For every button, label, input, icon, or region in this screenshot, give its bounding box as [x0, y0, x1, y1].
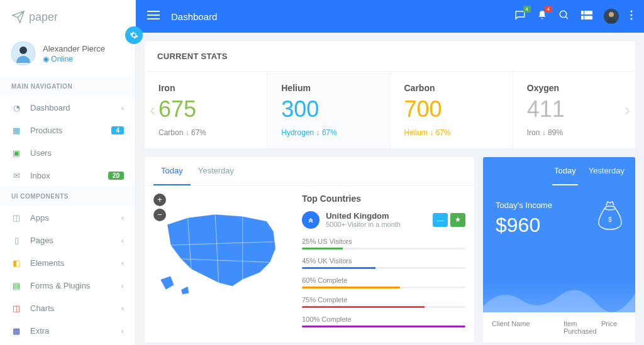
svg-rect-8	[584, 11, 592, 14]
user-avatar-button[interactable]	[604, 9, 619, 24]
paper-plane-icon	[11, 10, 25, 24]
charts-icon: ◫	[11, 303, 21, 313]
inbox-icon: ✉	[11, 170, 21, 180]
products-badge: 4	[111, 126, 124, 134]
sidebar-item-dashboard[interactable]: ◔ Dashboard ‹	[0, 96, 135, 119]
th-item: Item Purchased	[564, 320, 601, 335]
forms-icon: ▤	[11, 280, 21, 290]
hamburger-icon	[147, 11, 160, 19]
stat-sub: Hydrogen ↓ 67%	[281, 128, 375, 137]
progress-item: 75% Complete	[302, 296, 465, 308]
user-name: Alexander Pierce	[43, 44, 105, 53]
page-title: Dashboard	[171, 11, 514, 22]
messages-badge: 4	[523, 6, 531, 13]
brand-logo[interactable]: paper	[0, 0, 135, 34]
income-tab-today[interactable]: Today	[552, 157, 578, 185]
nav-section-ui: UI COMPONENTS	[0, 187, 135, 206]
sidebar-item-charts[interactable]: ◫ Charts ‹	[0, 297, 135, 319]
stat-sub: Carbon ↓ 67%	[158, 128, 253, 137]
chevron-left-icon: ‹	[121, 213, 124, 222]
map-usa[interactable]	[153, 199, 291, 305]
search-icon	[558, 9, 570, 21]
elements-icon: ◧	[11, 258, 21, 268]
zoom-out-button[interactable]: −	[153, 209, 166, 221]
notifications-button[interactable]: 4	[537, 9, 547, 23]
gear-icon	[130, 31, 138, 40]
tab-yesterday[interactable]: Yesterday	[191, 157, 242, 185]
apps-icon: ◫	[11, 212, 21, 222]
stat-label: Iron	[158, 83, 253, 93]
stat-label: Helium	[281, 83, 375, 93]
stat-value: 300	[281, 97, 375, 122]
stat-value: 700	[404, 97, 499, 122]
country-action-2[interactable]: ★	[450, 213, 465, 227]
chevron-left-icon: ‹	[121, 326, 124, 336]
svg-point-15	[631, 18, 633, 20]
stat-card-helium[interactable]: Helium300Hydrogen ↓ 67%	[267, 72, 390, 148]
svg-point-14	[631, 14, 633, 16]
income-tab-yesterday[interactable]: Yesterday	[587, 157, 626, 185]
country-sub: 5000+ Visitor in a month	[326, 221, 433, 228]
zoom-in-button[interactable]: +	[153, 194, 166, 206]
country-expand-icon[interactable]	[302, 211, 319, 229]
svg-rect-10	[584, 16, 592, 19]
chevron-left-icon: ‹	[121, 236, 124, 245]
svg-point-5	[560, 11, 567, 18]
svg-rect-9	[581, 16, 584, 19]
svg-point-12	[609, 12, 614, 17]
sidebar-item-elements[interactable]: ◧ Elements ‹	[0, 251, 135, 274]
money-bag-icon: $	[597, 200, 623, 233]
stats-panel: CURRENT STATS ‹ › Iron675Carbon ↓ 67%Hel…	[145, 41, 635, 148]
sidebar-item-forms[interactable]: ▤ Forms & Plugins ‹	[0, 274, 135, 297]
user-profile[interactable]: Alexander Pierce ◉ Online	[0, 34, 135, 77]
income-label: Today's Income	[496, 200, 552, 210]
income-chart	[483, 281, 635, 312]
chevron-left-icon: ‹	[121, 258, 124, 268]
sidebar: paper Alexander Pierce ◉ Online MAIN NAV…	[0, 0, 136, 345]
stat-card-oxygen[interactable]: Oxygen411Iron ↓ 89%	[513, 72, 635, 148]
stats-prev-button[interactable]: ‹	[150, 100, 155, 120]
country-name: United Kingdom	[326, 211, 433, 221]
pages-icon: ▯	[11, 235, 21, 245]
sidebar-item-apps[interactable]: ◫ Apps ‹	[0, 206, 135, 229]
income-panel: Today Yesterday Today's Income $960 $ Cl…	[483, 157, 635, 342]
svg-point-21	[605, 206, 615, 210]
stat-label: Carbon	[404, 83, 499, 93]
stats-next-button[interactable]: ›	[625, 100, 630, 120]
menu-toggle-button[interactable]	[147, 11, 160, 22]
avatar	[11, 41, 35, 65]
stat-value: 675	[158, 97, 253, 122]
country-row: United Kingdom 5000+ Visitor in a month …	[302, 211, 465, 229]
chevron-left-icon: ‹	[121, 304, 124, 313]
progress-item: 100% Complete	[302, 315, 465, 327]
country-action-1[interactable]: —	[433, 213, 448, 227]
map-panel: Today Yesterday + −	[145, 157, 474, 342]
svg-point-13	[631, 11, 633, 13]
grid-button[interactable]	[581, 11, 592, 22]
top-countries-title: Top Countries	[302, 194, 465, 204]
sidebar-item-inbox[interactable]: ✉ Inbox 20	[0, 164, 135, 187]
brand-text: paper	[29, 11, 58, 24]
svg-rect-7	[581, 11, 584, 14]
products-icon: ▦	[11, 125, 21, 135]
svg-point-1	[19, 47, 27, 54]
topbar: Dashboard 4 4	[136, 0, 644, 33]
more-button[interactable]	[630, 10, 633, 23]
sidebar-item-products[interactable]: ▦ Products 4	[0, 119, 135, 141]
grid-icon	[581, 11, 592, 19]
stat-label: Oxygen	[527, 83, 621, 93]
progress-item: 25% US Visitors	[302, 238, 465, 249]
stat-card-carbon[interactable]: Carbon700Helium ↓ 67%	[391, 72, 513, 148]
stat-card-iron[interactable]: Iron675Carbon ↓ 67%	[145, 72, 267, 148]
search-button[interactable]	[558, 9, 570, 23]
sidebar-item-pages[interactable]: ▯ Pages ‹	[0, 229, 135, 251]
income-table-header: Client Name Item Purchased Price	[483, 312, 635, 342]
tab-today[interactable]: Today	[153, 157, 191, 185]
sidebar-item-users[interactable]: ▣ Users	[0, 141, 135, 164]
chevron-left-icon: ‹	[121, 281, 124, 290]
sidebar-item-extra[interactable]: ▦ Extra ‹	[0, 319, 135, 342]
stat-value: 411	[527, 97, 621, 122]
svg-text:$: $	[608, 216, 612, 223]
settings-gear-button[interactable]	[125, 26, 143, 44]
messages-button[interactable]: 4	[514, 9, 526, 23]
